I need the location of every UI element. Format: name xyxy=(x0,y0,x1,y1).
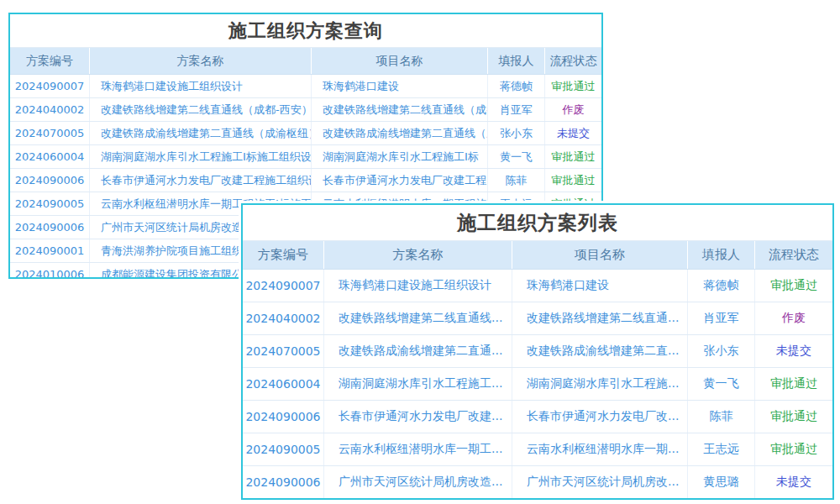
column-header-4: 流程状态 xyxy=(545,48,601,74)
project-name-cell: 改建铁路线增建第二线直通线（成都-西安） xyxy=(312,98,488,121)
status-cell: 审批通过 xyxy=(755,433,832,465)
project-name-cell: 改建铁路成渝线增建第二直... xyxy=(512,335,688,367)
plan-name-cell: 广州市天河区统计局机房改造... xyxy=(324,466,512,498)
reporter-cell: 黄思璐 xyxy=(688,466,755,498)
list-table-body: 2024090007珠海鹤港口建设施工组织设计珠海鹤港口建设蒋德帧审批通过202… xyxy=(243,270,832,499)
plan-number-cell[interactable]: 2024060004 xyxy=(243,368,324,400)
plan-name-cell: 云南水利枢纽潜明水库一期工... xyxy=(324,433,512,465)
column-header-1: 方案名称 xyxy=(324,241,512,269)
status-cell: 作废 xyxy=(755,302,832,334)
project-name-cell: 湖南洞庭湖水库引水工程施工I标 xyxy=(312,145,488,168)
plan-number-cell[interactable]: 2024090006 xyxy=(243,466,324,498)
plan-name-cell: 改建铁路线增建第二线直通线... xyxy=(324,302,512,334)
status-cell: 未提交 xyxy=(755,335,832,367)
project-name-cell: 广州市天河区统计局机房改... xyxy=(512,466,688,498)
column-header-1: 方案名称 xyxy=(90,48,312,74)
table-row[interactable]: 2024040002改建铁路线增建第二线直通线（成都-西安）施工组织设计改建铁路… xyxy=(10,98,601,122)
reporter-cell: 肖亚军 xyxy=(488,98,545,121)
column-header-0: 方案编号 xyxy=(243,241,324,269)
plan-number-cell[interactable]: 2024070005 xyxy=(243,335,324,367)
plan-name-cell: 湖南洞庭湖水库引水工程施工... xyxy=(324,368,512,400)
plan-name-cell: 珠海鹤港口建设施工组织设计 xyxy=(90,75,312,97)
project-name-cell: 改建铁路成渝线增建第二直通线（成渝枢纽） xyxy=(312,122,488,144)
column-header-3: 填报人 xyxy=(688,241,755,269)
table-row[interactable]: 2024090006广州市天河区统计局机房改造...广州市天河区统计局机房改..… xyxy=(243,466,832,499)
plan-number-cell[interactable]: 2024090005 xyxy=(243,433,324,465)
column-header-2: 项目名称 xyxy=(312,48,488,74)
table-row[interactable]: 2024090006长春市伊通河水力发电厂改建工程施工组织设计长春市伊通河水力发… xyxy=(10,169,601,192)
plan-name-cell: 改建铁路线增建第二线直通线（成都-西安）施工组织设计 xyxy=(90,98,312,121)
table-row[interactable]: 2024090005云南水利枢纽潜明水库一期工...云南水利枢纽潜明水库一期..… xyxy=(243,433,832,466)
table-row[interactable]: 2024070005改建铁路成渝线增建第二直通...改建铁路成渝线增建第二直..… xyxy=(243,335,832,368)
table-row[interactable]: 2024040002改建铁路线增建第二线直通线...改建铁路线增建第二线直通..… xyxy=(243,302,832,335)
reporter-cell: 陈菲 xyxy=(688,401,755,433)
plan-name-cell: 湖南洞庭湖水库引水工程施工I标施工组织设计 xyxy=(90,145,312,168)
status-cell: 审批通过 xyxy=(545,169,601,192)
reporter-cell: 蒋德帧 xyxy=(688,270,755,302)
project-name-cell: 云南水利枢纽潜明水库一期... xyxy=(512,433,688,465)
plan-number-cell[interactable]: 2024090006 xyxy=(10,169,90,192)
column-header-0: 方案编号 xyxy=(10,48,90,74)
list-panel: 施工组织方案列表 方案编号方案名称项目名称填报人流程状态 2024090007珠… xyxy=(241,203,834,500)
table-row[interactable]: 2024060004湖南洞庭湖水库引水工程施工...湖南洞庭湖水库引水工程施..… xyxy=(243,368,832,401)
plan-number-cell[interactable]: 2024040002 xyxy=(10,98,90,121)
status-cell: 未提交 xyxy=(755,466,832,498)
plan-number-cell[interactable]: 2024090001 xyxy=(10,239,90,262)
table-row[interactable]: 2024090007珠海鹤港口建设施工组织设计珠海鹤港口建设蒋德帧审批通过 xyxy=(243,270,832,302)
status-cell: 作废 xyxy=(545,98,601,121)
plan-number-cell[interactable]: 2024010006 xyxy=(10,263,90,279)
list-panel-title: 施工组织方案列表 xyxy=(243,205,832,241)
status-cell: 审批通过 xyxy=(755,270,832,302)
reporter-cell: 黄一飞 xyxy=(688,368,755,400)
reporter-cell: 王志远 xyxy=(688,433,755,465)
project-name-cell: 长春市伊通河水力发电厂改... xyxy=(512,401,688,433)
plan-name-cell: 改建铁路成渝线增建第二直通... xyxy=(324,335,512,367)
project-name-cell: 珠海鹤港口建设 xyxy=(312,75,488,97)
column-header-4: 流程状态 xyxy=(755,241,832,269)
status-cell: 审批通过 xyxy=(755,368,832,400)
plan-number-cell[interactable]: 2024090005 xyxy=(10,192,90,215)
project-name-cell: 珠海鹤港口建设 xyxy=(512,270,688,302)
status-cell: 审批通过 xyxy=(545,145,601,168)
plan-number-cell[interactable]: 2024060004 xyxy=(10,145,90,168)
reporter-cell: 陈菲 xyxy=(488,169,545,192)
plan-number-cell[interactable]: 2024040002 xyxy=(243,302,324,334)
table-row[interactable]: 2024060004湖南洞庭湖水库引水工程施工I标施工组织设计湖南洞庭湖水库引水… xyxy=(10,145,601,169)
reporter-cell: 肖亚军 xyxy=(688,302,755,334)
table-row[interactable]: 2024070005改建铁路成渝线增建第二直通线（成渝枢纽）施工组织设计改建铁路… xyxy=(10,122,601,145)
query-panel-title: 施工组织方案查询 xyxy=(10,14,601,48)
project-name-cell: 改建铁路线增建第二线直通... xyxy=(512,302,688,334)
status-cell: 审批通过 xyxy=(755,401,832,433)
project-name-cell: 湖南洞庭湖水库引水工程施... xyxy=(512,368,688,400)
table-row[interactable]: 2024090006长春市伊通河水力发电厂改建...长春市伊通河水力发电厂改..… xyxy=(243,401,832,433)
column-header-2: 项目名称 xyxy=(512,241,688,269)
plan-name-cell: 珠海鹤港口建设施工组织设计 xyxy=(324,270,512,302)
query-table-header: 方案编号方案名称项目名称填报人流程状态 xyxy=(10,48,601,75)
reporter-cell: 蒋德帧 xyxy=(488,75,545,97)
table-row[interactable]: 2024090007珠海鹤港口建设施工组织设计珠海鹤港口建设蒋德帧审批通过 xyxy=(10,75,601,98)
plan-number-cell[interactable]: 2024090006 xyxy=(243,401,324,433)
reporter-cell: 张小东 xyxy=(688,335,755,367)
plan-number-cell[interactable]: 2024090007 xyxy=(243,270,324,302)
plan-name-cell: 长春市伊通河水力发电厂改建工程施工组织设计 xyxy=(90,169,312,192)
plan-number-cell[interactable]: 2024090006 xyxy=(10,216,90,239)
project-name-cell: 长春市伊通河水力发电厂改建工程 xyxy=(312,169,488,192)
status-cell: 未提交 xyxy=(545,122,601,144)
plan-number-cell[interactable]: 2024090007 xyxy=(10,75,90,97)
plan-name-cell: 长春市伊通河水力发电厂改建... xyxy=(324,401,512,433)
list-table-header: 方案编号方案名称项目名称填报人流程状态 xyxy=(243,241,832,270)
column-header-3: 填报人 xyxy=(488,48,545,74)
plan-name-cell: 改建铁路成渝线增建第二直通线（成渝枢纽）施工组织设计 xyxy=(90,122,312,144)
plan-number-cell[interactable]: 2024070005 xyxy=(10,122,90,144)
reporter-cell: 张小东 xyxy=(488,122,545,144)
status-cell: 审批通过 xyxy=(545,75,601,97)
reporter-cell: 黄一飞 xyxy=(488,145,545,168)
